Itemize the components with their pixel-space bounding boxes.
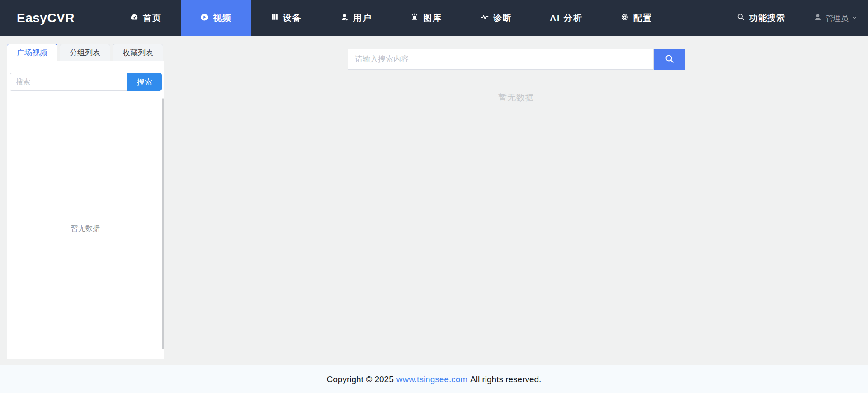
main-search-button[interactable] — [654, 49, 685, 70]
dashboard-icon — [130, 13, 139, 24]
admin-label: 管理员 — [826, 13, 849, 24]
main-search-input[interactable] — [348, 49, 654, 70]
admin-avatar-icon — [813, 13, 822, 24]
sidebar-scrollbar-thumb[interactable] — [162, 98, 164, 349]
page-footer: Copyright © 2025 www.tsingsee.com All ri… — [0, 365, 868, 393]
tab-label: 收藏列表 — [123, 47, 153, 58]
copyright-prefix: Copyright © 2025 — [327, 374, 394, 384]
tsingsee-link[interactable]: www.tsingsee.com — [396, 374, 467, 384]
sidebar-search-input[interactable] — [10, 73, 127, 91]
alarm-icon — [410, 13, 419, 24]
tab-label: 分组列表 — [70, 47, 100, 58]
search-icon — [664, 53, 675, 66]
nav-item-label: 用户 — [353, 12, 372, 24]
nav-item-label: 配置 — [633, 12, 652, 24]
nav-item-label: AI 分析 — [550, 12, 582, 24]
nav-item-devices[interactable]: 设备 — [251, 0, 321, 36]
sidebar-search-button[interactable]: 搜索 — [127, 73, 162, 91]
sidebar-search: 搜索 — [10, 73, 162, 91]
play-icon — [200, 13, 209, 24]
sidebar-empty-text: 暂无数据 — [7, 224, 164, 233]
tab-group-list[interactable]: 分组列表 — [60, 44, 110, 61]
pulse-icon — [480, 13, 489, 24]
sidebar-panel: 搜索 暂无数据 — [7, 61, 164, 359]
top-navbar: EasyCVR 首页 视频 设备 用户 — [0, 0, 868, 36]
nav-item-label: 图库 — [423, 12, 442, 24]
navbar-right: 功能搜索 管理员 — [736, 0, 868, 36]
nav-item-home[interactable]: 首页 — [111, 0, 181, 36]
chevron-down-icon — [852, 14, 857, 23]
nav-item-gallery[interactable]: 图库 — [391, 0, 461, 36]
main-empty-text: 暂无数据 — [348, 92, 685, 104]
nav-item-ai-analysis[interactable]: AI 分析 — [531, 0, 601, 36]
nav-item-label: 首页 — [143, 12, 162, 24]
admin-menu[interactable]: 管理员 — [813, 13, 857, 24]
copyright: Copyright © 2025 www.tsingsee.com All ri… — [327, 374, 542, 384]
copyright-suffix: All rights reserved. — [470, 374, 541, 384]
main-search — [348, 49, 685, 70]
app-logo: EasyCVR — [17, 0, 75, 36]
function-search-label: 功能搜索 — [749, 12, 785, 24]
devices-icon — [270, 13, 279, 24]
tab-favorites-list[interactable]: 收藏列表 — [113, 44, 163, 61]
nav-item-config[interactable]: 配置 — [601, 0, 671, 36]
function-search-button[interactable]: 功能搜索 — [736, 12, 785, 24]
nav-item-label: 诊断 — [493, 12, 512, 24]
search-icon — [736, 13, 745, 24]
user-icon — [340, 13, 349, 24]
nav-item-label: 设备 — [283, 12, 302, 24]
nav-item-users[interactable]: 用户 — [321, 0, 391, 36]
nav-item-diagnosis[interactable]: 诊断 — [461, 0, 531, 36]
nav-item-label: 视频 — [213, 12, 232, 24]
sidebar-tabs: 广场视频 分组列表 收藏列表 — [7, 44, 163, 61]
gear-icon — [620, 13, 629, 24]
tab-plaza-video[interactable]: 广场视频 — [7, 44, 57, 61]
nav-item-video[interactable]: 视频 — [181, 0, 251, 36]
tab-label: 广场视频 — [17, 47, 47, 58]
main-nav: 首页 视频 设备 用户 图库 — [111, 0, 671, 36]
